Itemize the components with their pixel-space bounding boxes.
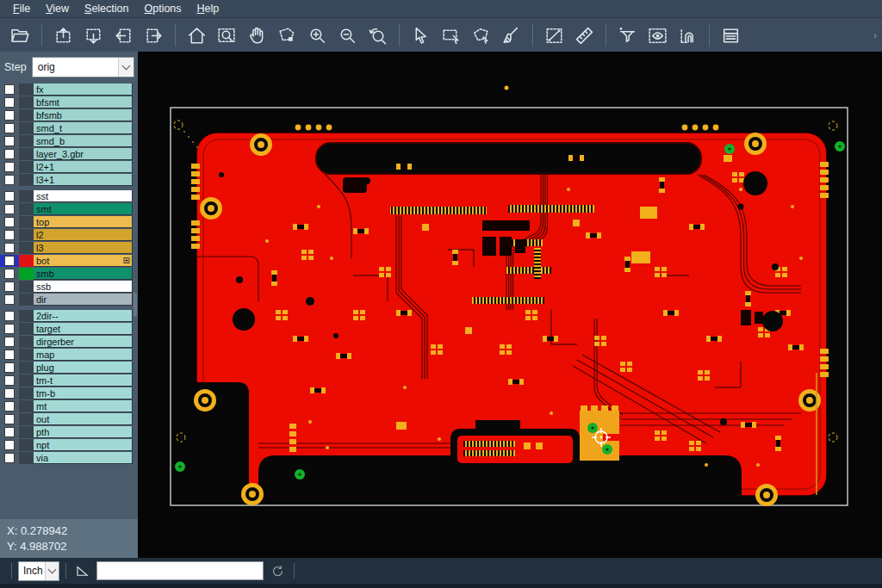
layer-visibility-cell[interactable] [0, 242, 19, 254]
layer-color-swatch[interactable] [19, 349, 34, 361]
zoom-out-button[interactable] [333, 22, 362, 48]
unit-select[interactable]: Inch [18, 561, 59, 581]
layer-visibility-cell[interactable] [0, 413, 19, 425]
layer-color-swatch[interactable] [19, 161, 34, 173]
filter-button[interactable] [613, 22, 642, 48]
layer-visibility-cell[interactable] [0, 294, 19, 306]
layer-row[interactable]: dir⊞ [0, 294, 138, 306]
layer-name[interactable]: l3⊞ [34, 242, 133, 254]
layer-name[interactable]: tm-t⊞ [34, 374, 133, 387]
layer-name[interactable]: bot⊞ [34, 255, 133, 267]
layer-checkbox[interactable] [4, 162, 15, 172]
layer-table-button[interactable] [717, 22, 745, 48]
layer-visibility-cell[interactable] [0, 122, 19, 134]
layer-name[interactable]: npt⊞ [34, 439, 133, 451]
layer-name[interactable]: top⊞ [34, 216, 133, 228]
layer-visibility-cell[interactable] [0, 96, 19, 108]
layer-color-swatch[interactable] [19, 374, 34, 387]
layer-color-swatch[interactable] [19, 242, 34, 254]
layer-visibility-cell[interactable] [0, 84, 19, 96]
layer-checkbox[interactable] [4, 427, 15, 437]
layer-row[interactable]: bfsmb⊞ [0, 109, 138, 121]
layer-row[interactable]: via⊞ [0, 452, 138, 464]
layer-name[interactable]: ssb⊞ [34, 281, 133, 293]
layer-visibility-cell[interactable] [0, 323, 19, 335]
layer-row[interactable]: pth⊞ [0, 426, 138, 438]
layer-name[interactable]: dir⊞ [34, 294, 133, 306]
layer-color-swatch[interactable] [19, 122, 34, 134]
layer-row[interactable]: tm-b⊞ [0, 387, 138, 399]
layer-color-swatch[interactable] [19, 148, 34, 160]
layer-visibility-cell[interactable] [0, 229, 19, 241]
layer-name[interactable]: mt⊞ [34, 400, 133, 412]
layer-checkbox[interactable] [4, 294, 15, 305]
layer-checkbox[interactable] [4, 337, 15, 347]
viewport[interactable] [138, 52, 882, 558]
measure-corner-button[interactable] [72, 560, 93, 581]
step-select[interactable]: orig [32, 57, 134, 77]
layer-row[interactable]: l3+1⊞ [0, 174, 138, 186]
layer-name[interactable]: tm-b⊞ [34, 387, 133, 399]
chevron-down-icon[interactable] [45, 562, 59, 580]
layer-color-swatch[interactable] [19, 96, 34, 108]
layer-checkbox[interactable] [4, 269, 15, 279]
home-view-button[interactable] [183, 22, 211, 48]
layer-checkbox[interactable] [4, 243, 15, 253]
layer-checkbox[interactable] [4, 191, 15, 201]
layer-name[interactable]: dirgerber⊞ [34, 336, 133, 348]
layer-row[interactable]: bot⊞ [0, 255, 138, 267]
layer-color-swatch[interactable] [19, 336, 34, 348]
layer-checkbox[interactable] [4, 136, 15, 146]
pan-right-button[interactable] [140, 22, 168, 48]
layer-row[interactable]: smt⊞ [0, 203, 138, 215]
layer-color-swatch[interactable] [19, 294, 34, 306]
layer-visibility-cell[interactable] [0, 216, 19, 228]
layer-name[interactable]: l2⊞ [34, 229, 133, 241]
layer-visibility-cell[interactable] [0, 135, 19, 147]
layer-name[interactable]: 2dir--⊞ [34, 310, 133, 322]
layer-row[interactable]: target⊞ [0, 323, 138, 335]
layer-checkbox[interactable] [4, 84, 15, 95]
chevron-down-icon[interactable] [118, 58, 134, 77]
zoom-previous-button[interactable] [363, 22, 392, 48]
layer-color-swatch[interactable] [19, 400, 34, 412]
layer-color-swatch[interactable] [19, 216, 34, 228]
layer-name[interactable]: out⊞ [34, 413, 133, 425]
layer-checkbox[interactable] [4, 375, 15, 386]
layer-name[interactable]: via⊞ [34, 452, 133, 464]
layer-row[interactable]: sst⊞ [0, 190, 138, 202]
layer-row[interactable]: l3⊞ [0, 242, 138, 254]
layer-name[interactable]: smd_t⊞ [34, 122, 133, 134]
layer-row[interactable]: dirgerber⊞ [0, 336, 138, 348]
layer-name[interactable]: fx⊞ [34, 84, 133, 96]
zoom-area-button[interactable] [273, 22, 301, 48]
layer-row[interactable]: 2dir--⊞ [0, 310, 138, 322]
select-polygon-button[interactable] [467, 22, 495, 48]
clear-brush-button[interactable] [497, 22, 525, 48]
layer-color-swatch[interactable] [19, 229, 34, 241]
layer-row[interactable]: layer_3.gbr⊞ [0, 148, 138, 160]
measure-distance-button[interactable] [540, 22, 568, 48]
sidebar-scrollbar-thumb[interactable] [134, 293, 137, 317]
layer-checkbox[interactable] [4, 362, 15, 373]
layer-visibility-cell[interactable] [0, 148, 19, 160]
layer-visibility-cell[interactable] [0, 452, 19, 464]
layer-checkbox[interactable] [4, 230, 15, 240]
layer-row[interactable]: smb⊞ [0, 268, 138, 280]
layer-name[interactable]: layer_3.gbr⊞ [34, 148, 133, 160]
layer-color-swatch[interactable] [19, 387, 34, 399]
layer-row[interactable]: top⊞ [0, 216, 138, 228]
layer-checkbox[interactable] [4, 311, 15, 321]
toolbar-overflow-chevron[interactable]: › [873, 29, 877, 41]
measure-ruler-button[interactable] [570, 22, 599, 48]
layer-row[interactable]: l2+1⊞ [0, 161, 138, 173]
layer-visibility-cell[interactable] [0, 203, 19, 215]
layer-checkbox[interactable] [4, 401, 15, 412]
command-input[interactable] [96, 561, 264, 580]
layer-visibility-cell[interactable] [0, 281, 19, 293]
layer-checkbox[interactable] [4, 453, 15, 463]
layer-name[interactable]: map⊞ [34, 349, 133, 361]
layer-row[interactable]: out⊞ [0, 413, 138, 425]
layer-color-swatch[interactable] [19, 190, 34, 202]
layer-name[interactable]: smt⊞ [34, 203, 133, 215]
